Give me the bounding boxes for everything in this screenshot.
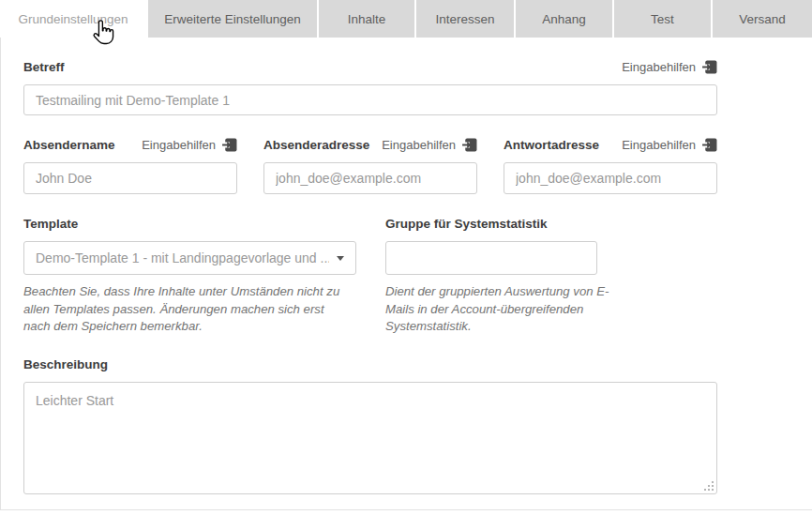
beschreibung-textarea[interactable]: Leichter Start — [23, 382, 717, 494]
eingabehilfen-label: Eingabehilfen — [622, 60, 696, 74]
tab-label: Erweiterte Einstellungen — [164, 12, 301, 26]
tab-versand[interactable]: Versand — [713, 0, 812, 38]
tab-label: Test — [651, 12, 674, 26]
sender-row: Absendername Eingabehilfen Absenderadre — [23, 137, 717, 194]
tab-label: Versand — [739, 12, 786, 26]
absenderadresse-field: Absenderadresse Eingabehilfen — [263, 137, 477, 194]
beschreibung-label: Beschreibung — [23, 356, 108, 372]
template-field: Template Demo-Template 1 - mit Landingpa… — [23, 216, 356, 336]
textarea-resize-grip-icon[interactable] — [712, 489, 714, 491]
absendername-field: Absendername Eingabehilfen — [23, 137, 237, 194]
antwortadresse-eingabehilfen-link[interactable]: Eingabehilfen — [622, 137, 717, 153]
tab-label: Grundeinstellungen — [18, 12, 128, 26]
betreff-header: Betreff Eingabehilfen — [23, 59, 717, 75]
tab-label: Inhalte — [348, 12, 386, 26]
template-help-text: Beachten Sie, dass Ihre Inhalte unter Um… — [23, 283, 353, 336]
template-select[interactable]: Demo-Template 1 - mit Landingpagevorlage… — [23, 241, 356, 275]
gruppe-systemstatistik-help-text: Dient der gruppierten Auswertung von E-M… — [385, 283, 610, 336]
tab-anhang[interactable]: Anhang — [516, 0, 612, 38]
absendername-label: Absendername — [23, 137, 115, 153]
template-row: Template Demo-Template 1 - mit Landingpa… — [23, 216, 717, 336]
tab-label: Interessen — [435, 12, 494, 26]
tab-grundeinstellungen[interactable]: Grundeinstellungen — [0, 0, 146, 38]
gruppe-systemstatistik-field: Gruppe für Systemstatistik Dient der gru… — [385, 216, 717, 336]
antwortadresse-input[interactable] — [504, 162, 717, 194]
gruppe-systemstatistik-label: Gruppe für Systemstatistik — [385, 216, 548, 232]
template-label: Template — [23, 216, 78, 232]
betreff-label: Betreff — [23, 59, 65, 75]
eingabehilfen-label: Eingabehilfen — [382, 138, 456, 152]
tab-inhalte[interactable]: Inhalte — [319, 0, 414, 38]
eingabehilfen-label: Eingabehilfen — [622, 138, 696, 152]
gruppe-systemstatistik-input[interactable] — [385, 241, 597, 275]
input-helper-icon — [461, 137, 477, 153]
antwortadresse-label: Antwortadresse — [504, 137, 599, 153]
eingabehilfen-label: Eingabehilfen — [142, 138, 216, 152]
antwortadresse-field: Antwortadresse Eingabehilfen — [504, 137, 717, 194]
betreff-input[interactable] — [23, 84, 717, 115]
template-selected-value: Demo-Template 1 - mit Landingpagevorlage… — [36, 250, 329, 265]
input-helper-icon — [701, 137, 717, 153]
absendername-input[interactable] — [23, 162, 237, 194]
tab-interessen[interactable]: Interessen — [416, 0, 514, 38]
tab-bar: Grundeinstellungen Erweiterte Einstellun… — [0, 0, 812, 38]
tab-test[interactable]: Test — [614, 0, 711, 38]
tab-erweiterte-einstellungen[interactable]: Erweiterte Einstellungen — [148, 0, 317, 38]
grundeinstellungen-panel: Betreff Eingabehilfen Absendername Einga… — [0, 38, 812, 510]
absenderadresse-eingabehilfen-link[interactable]: Eingabehilfen — [382, 137, 477, 153]
absendername-eingabehilfen-link[interactable]: Eingabehilfen — [142, 137, 237, 153]
absenderadresse-input[interactable] — [263, 162, 477, 194]
betreff-eingabehilfen-link[interactable]: Eingabehilfen — [622, 59, 717, 75]
beschreibung-field: Beschreibung Leichter Start — [23, 356, 812, 494]
caret-down-icon — [337, 256, 344, 261]
absenderadresse-label: Absenderadresse — [263, 137, 369, 153]
input-helper-icon — [701, 59, 717, 75]
tab-label: Anhang — [542, 12, 586, 26]
input-helper-icon — [221, 137, 237, 153]
